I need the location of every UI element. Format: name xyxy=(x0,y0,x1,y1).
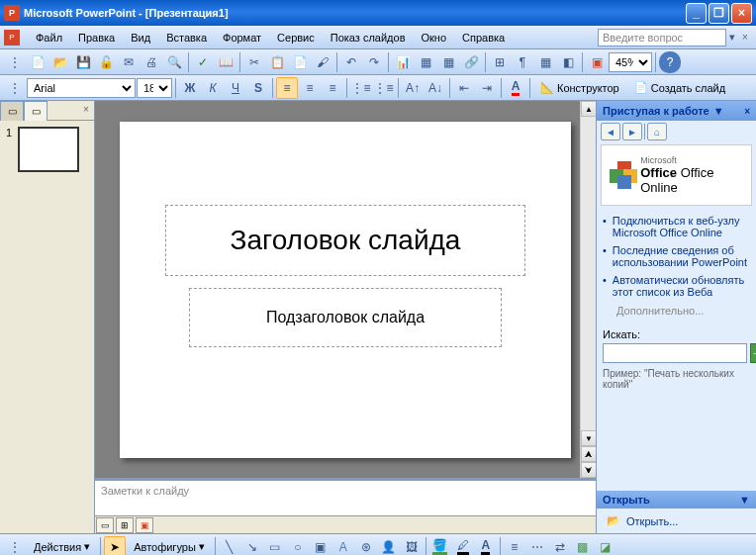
nav-back-button[interactable]: ◄ xyxy=(601,123,620,140)
slide-thumbnail[interactable] xyxy=(18,127,79,172)
help-search[interactable] xyxy=(598,29,726,46)
open-button[interactable]: 📂 xyxy=(49,51,71,73)
help-button[interactable]: ? xyxy=(659,51,681,73)
maximize-button[interactable]: ❐ xyxy=(709,3,729,24)
subtitle-placeholder[interactable]: Подзаголовок слайда xyxy=(189,288,502,347)
menu-help[interactable]: Справка xyxy=(454,29,513,46)
format-painter-button[interactable]: 🖌 xyxy=(312,51,333,73)
shadow-button[interactable]: S xyxy=(247,77,269,99)
slideshow-view-button[interactable]: ▣ xyxy=(136,517,153,533)
notes-pane[interactable]: Заметки к слайду xyxy=(95,478,596,515)
shadow-style-button[interactable]: ▩ xyxy=(572,536,594,556)
dash-style-button[interactable]: ⋯ xyxy=(526,536,548,556)
increase-font-button[interactable]: A↑ xyxy=(402,77,424,99)
decrease-indent-button[interactable]: ⇤ xyxy=(453,77,475,99)
line-color-button[interactable]: 🖊 xyxy=(452,536,474,556)
align-left-button[interactable]: ≡ xyxy=(276,77,298,99)
3d-style-button[interactable]: ◪ xyxy=(595,536,616,556)
redo-button[interactable]: ↷ xyxy=(363,51,385,73)
link-news[interactable]: •Последние сведения об использовании Pow… xyxy=(603,241,750,271)
task-close-button[interactable]: × xyxy=(744,106,750,117)
bold-button[interactable]: Ж xyxy=(179,77,201,99)
close-panel-button[interactable]: × xyxy=(78,101,94,117)
grip-icon[interactable]: ⋮ xyxy=(4,51,26,73)
menu-file[interactable]: Файл xyxy=(28,29,70,46)
sorter-view-button[interactable]: ⊞ xyxy=(116,517,134,533)
menu-window[interactable]: Окно xyxy=(414,29,455,46)
rectangle-tool[interactable]: ▭ xyxy=(264,536,286,556)
open-section-header[interactable]: Открыть▼ xyxy=(597,491,756,509)
picture-tool[interactable]: 🖼 xyxy=(401,536,423,556)
oval-tool[interactable]: ○ xyxy=(287,536,309,556)
research-button[interactable]: 📖 xyxy=(215,51,236,73)
increase-indent-button[interactable]: ⇥ xyxy=(476,77,498,99)
line-tool[interactable]: ╲ xyxy=(219,536,240,556)
search-input[interactable] xyxy=(603,343,747,363)
line-style-button[interactable]: ≡ xyxy=(504,536,525,556)
clipart-tool[interactable]: 👤 xyxy=(378,536,400,556)
hyperlink-button[interactable]: 🔗 xyxy=(460,51,482,73)
designer-button[interactable]: 📐 Конструктор xyxy=(533,77,626,99)
nav-home-button[interactable]: ⌂ xyxy=(647,123,667,140)
numbering-button[interactable]: ⋮≡ xyxy=(350,77,372,99)
menu-edit[interactable]: Правка xyxy=(70,29,123,46)
next-slide-button[interactable]: ⮟ xyxy=(581,462,596,478)
table-button[interactable]: ▦ xyxy=(415,51,436,73)
color-grayscale-button[interactable]: ◧ xyxy=(557,51,579,73)
font-color-button[interactable]: A xyxy=(505,77,526,99)
menu-insert[interactable]: Вставка xyxy=(158,29,215,46)
size-combo[interactable]: 18 xyxy=(137,78,172,98)
print-button[interactable]: 🖨 xyxy=(141,51,162,73)
chart-button[interactable]: 📊 xyxy=(392,51,414,73)
fill-color-button[interactable]: 🪣 xyxy=(429,536,451,556)
decrease-font-button[interactable]: A↓ xyxy=(425,77,446,99)
autoshapes-menu[interactable]: Автофигуры▾ xyxy=(127,536,212,556)
zoom-combo[interactable]: 45% xyxy=(609,52,652,72)
paste-button[interactable]: 📄 xyxy=(289,51,311,73)
align-right-button[interactable]: ≡ xyxy=(322,77,343,99)
normal-view-button[interactable]: ▭ xyxy=(96,517,114,533)
title-placeholder[interactable]: Заголовок слайда xyxy=(165,205,525,276)
diagram-tool[interactable]: ⊛ xyxy=(355,536,377,556)
cut-button[interactable]: ✂ xyxy=(243,51,265,73)
arrow-tool[interactable]: ↘ xyxy=(241,536,263,556)
grip-icon[interactable]: ⋮ xyxy=(4,536,26,556)
menu-show[interactable]: Показ слайдов xyxy=(323,29,414,46)
outline-tab[interactable]: ▭ xyxy=(0,101,24,121)
spellcheck-button[interactable]: ✓ xyxy=(192,51,214,73)
grid-button[interactable]: ▦ xyxy=(534,51,556,73)
slideshow-button[interactable]: ▣ xyxy=(586,51,608,73)
nav-fwd-button[interactable]: ► xyxy=(622,123,642,140)
vertical-scrollbar[interactable]: ▲ ▼ ⮝ ⮟ xyxy=(580,101,596,478)
help-dropdown[interactable]: ▾ xyxy=(726,31,738,44)
save-button[interactable]: 💾 xyxy=(72,51,94,73)
undo-button[interactable]: ↶ xyxy=(340,51,362,73)
new-slide-button[interactable]: 📄 Создать слайд xyxy=(627,77,732,99)
close-button[interactable]: × xyxy=(731,3,752,24)
wordart-tool[interactable]: A xyxy=(332,536,354,556)
menu-format[interactable]: Формат xyxy=(215,29,269,46)
show-formatting-button[interactable]: ¶ xyxy=(512,51,533,73)
menu-service[interactable]: Сервис xyxy=(269,29,323,46)
textbox-tool[interactable]: ▣ xyxy=(310,536,331,556)
align-center-button[interactable]: ≡ xyxy=(299,77,321,99)
tables-borders-button[interactable]: ▦ xyxy=(437,51,459,73)
font-combo[interactable]: Arial xyxy=(27,78,136,98)
grip-icon[interactable]: ⋮ xyxy=(4,77,26,99)
expand-button[interactable]: ⊞ xyxy=(489,51,511,73)
preview-button[interactable]: 🔍 xyxy=(163,51,185,73)
bullets-button[interactable]: ⋮≡ xyxy=(373,77,395,99)
underline-button[interactable]: Ч xyxy=(225,77,246,99)
search-go-button[interactable]: → xyxy=(750,343,756,363)
link-additional[interactable]: Дополнительно... xyxy=(603,301,750,321)
scroll-up-button[interactable]: ▲ xyxy=(581,101,596,117)
task-pane-header[interactable]: Приступая к работе ▼ × xyxy=(597,101,756,121)
new-button[interactable]: 📄 xyxy=(27,51,48,73)
menubar-close[interactable]: × xyxy=(738,31,752,45)
open-item[interactable]: 📂Открыть... xyxy=(597,509,756,533)
select-tool[interactable]: ➤ xyxy=(104,536,126,556)
menu-view[interactable]: Вид xyxy=(123,29,158,46)
arrow-style-button[interactable]: ⇄ xyxy=(549,536,571,556)
slide[interactable]: Заголовок слайда Подзаголовок слайда xyxy=(120,122,571,458)
font-color-button-draw[interactable]: A xyxy=(475,536,497,556)
